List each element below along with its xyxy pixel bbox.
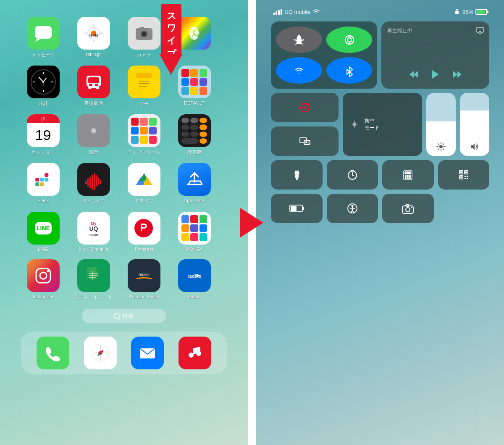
svg-point-89 <box>347 38 352 42</box>
app-instagram[interactable]: Instagram <box>21 259 65 300</box>
signal-bars <box>273 9 282 15</box>
svg-rect-112 <box>295 174 299 178</box>
app-drive[interactable]: ドライブ <box>122 163 166 204</box>
svg-point-85 <box>189 353 194 358</box>
app-calculator[interactable]: 計算機 <box>172 114 216 155</box>
focus-mode-button[interactable]: 集中 モード <box>343 93 422 156</box>
messages-icon <box>27 17 60 50</box>
svg-point-66 <box>40 272 47 279</box>
app-messages[interactable]: メッセージ <box>21 17 65 58</box>
app-appstore[interactable]: App Store <box>172 163 216 204</box>
signal-bar-3 <box>278 10 280 15</box>
camera-cc-button[interactable] <box>382 194 433 223</box>
app-sheets[interactable]: スプレッドシート <box>71 259 116 300</box>
drive-icon <box>128 163 160 196</box>
media-next-button[interactable] <box>452 68 463 82</box>
app-tenki[interactable]: tenki tenki.jp <box>71 17 116 58</box>
timer-button[interactable] <box>327 160 378 190</box>
dock-mail[interactable] <box>131 337 164 369</box>
svg-rect-132 <box>460 176 462 178</box>
svg-marker-92 <box>478 31 482 32</box>
dock-safari[interactable] <box>84 337 117 369</box>
volume-icon <box>470 142 480 152</box>
svg-point-12 <box>142 32 146 36</box>
slack-label: Slack <box>37 198 49 203</box>
dock <box>21 332 227 374</box>
airplay-icon[interactable] <box>476 26 484 37</box>
wifi-button[interactable] <box>276 57 322 84</box>
cellular-button[interactable] <box>326 26 372 53</box>
svg-rect-87 <box>455 11 459 14</box>
media-prev-button[interactable] <box>408 68 420 82</box>
bluetooth-button[interactable] <box>326 57 372 84</box>
svg-marker-111 <box>294 171 299 174</box>
app-grid: メッセージ tenki tenki.jp <box>21 17 227 300</box>
svg-rect-70 <box>89 273 98 274</box>
airplane-button[interactable] <box>276 26 322 53</box>
svg-point-141 <box>352 205 354 207</box>
svg-rect-0 <box>35 26 52 39</box>
swipe-label: スワイプ <box>161 4 181 55</box>
settings-label: 設定 <box>89 149 98 155</box>
svg-line-107 <box>438 144 439 145</box>
brightness-slider[interactable] <box>426 93 456 156</box>
app-slack[interactable]: Slack <box>21 163 65 204</box>
volume-slider[interactable] <box>460 93 489 156</box>
media-play-button[interactable] <box>429 68 442 83</box>
app-pinterest[interactable]: P Pinterest <box>122 212 166 252</box>
app-uq[interactable]: My UQ mobile My UQ mobile <box>71 212 116 252</box>
app-clock[interactable]: 時計 <box>21 66 65 107</box>
control-center: UQ mobile 85% <box>256 0 504 445</box>
svg-rect-130 <box>460 171 462 173</box>
search-bar[interactable]: 検索 <box>82 309 166 323</box>
accessibility-button[interactable] <box>327 194 378 223</box>
brightness-icon <box>436 142 446 152</box>
line-label: LINE <box>38 247 48 252</box>
svg-rect-47 <box>89 176 91 188</box>
sheets-icon <box>77 259 110 292</box>
svg-point-24 <box>42 81 44 83</box>
svg-rect-120 <box>405 172 411 174</box>
svg-marker-1 <box>35 39 41 42</box>
svg-rect-13 <box>140 27 144 29</box>
amazon-music-icon: music <box>128 259 160 292</box>
signal-bar-1 <box>273 13 275 15</box>
app-amazon-music[interactable]: music Amazon Music <box>122 259 166 300</box>
app-settings[interactable]: 設定 <box>71 114 116 155</box>
svg-point-28 <box>96 86 99 89</box>
screen-mirror-button[interactable] <box>271 126 339 156</box>
orientation-lock-button[interactable] <box>271 93 339 122</box>
svg-text:mobile: mobile <box>89 233 99 237</box>
app-calendar[interactable]: 水 19 カレンダー <box>21 114 65 155</box>
svg-text:P: P <box>140 221 147 234</box>
svg-text:music: music <box>138 272 149 277</box>
svg-point-149 <box>411 207 412 208</box>
lock-icon <box>454 8 460 15</box>
app-lifestyle[interactable]: ライフスタイル <box>122 114 166 155</box>
app-voice[interactable]: ボイスメモ <box>71 163 116 204</box>
app-money[interactable]: MONEY <box>172 212 216 252</box>
pinterest-label: Pinterest <box>135 247 153 252</box>
safari-icon <box>84 337 117 369</box>
dock-music[interactable] <box>178 337 211 369</box>
wifi-status-icon <box>312 9 320 15</box>
phone-icon <box>37 337 69 369</box>
appstore-icon <box>178 163 211 196</box>
train-icon <box>77 66 110 98</box>
tenki-label: tenki.jp <box>86 52 101 57</box>
dock-phone[interactable] <box>37 337 69 369</box>
battery-button[interactable] <box>271 194 322 223</box>
app-train[interactable]: 乗換案内 <box>71 66 116 107</box>
svg-rect-31 <box>95 84 98 86</box>
svg-point-122 <box>407 176 409 177</box>
svg-point-121 <box>405 176 407 177</box>
calculator-cc-button[interactable] <box>382 160 433 190</box>
clock-label: 時計 <box>39 100 48 107</box>
svg-rect-134 <box>467 176 468 177</box>
svg-rect-33 <box>136 73 152 78</box>
app-line[interactable]: LINE LINE <box>21 212 65 252</box>
svg-marker-94 <box>414 71 418 78</box>
app-radiko[interactable]: radiko radiko <box>172 259 216 300</box>
qr-scanner-button[interactable] <box>438 160 489 190</box>
flashlight-button[interactable] <box>271 160 322 190</box>
